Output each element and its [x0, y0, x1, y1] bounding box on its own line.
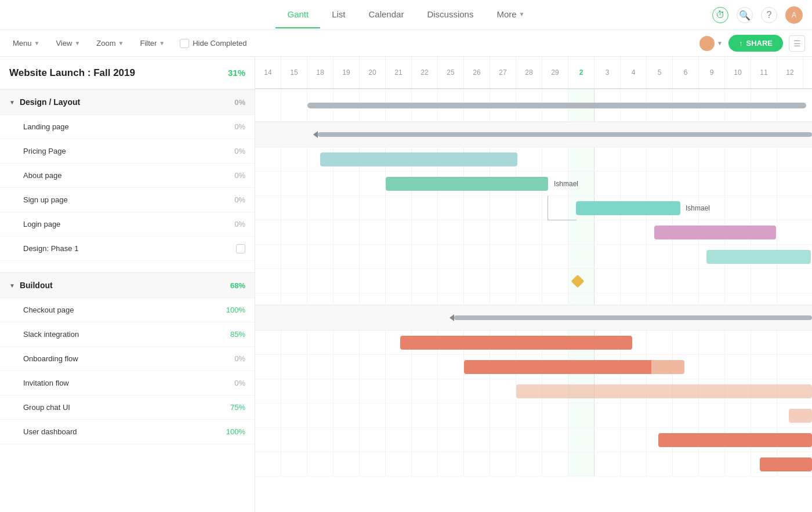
landing-bar — [320, 152, 517, 166]
user-avatar[interactable] — [699, 36, 715, 51]
tl-4: 4 — [621, 57, 647, 88]
main-layout: Website Launch : Fall 2019 31% ▼ Design … — [0, 57, 812, 512]
task-percent: 75% — [230, 403, 245, 412]
gantt-rows-container: Ishmael Ishmael — [255, 89, 812, 477]
task-percent: 0% — [234, 122, 245, 131]
task-about-page[interactable]: About page 0% — [0, 164, 255, 188]
tl-9: 9 — [699, 57, 725, 88]
task-slack-integration[interactable]: Slack integration 85% — [0, 322, 255, 347]
chevron-down-icon: ▼ — [159, 40, 165, 46]
tl-11: 11 — [751, 57, 777, 88]
tl-2: 2 — [568, 57, 594, 88]
zoom-button[interactable]: Zoom ▼ — [90, 36, 129, 50]
tab-list[interactable]: List — [320, 1, 357, 28]
about-label: Ishmael — [686, 204, 710, 212]
toolbar: Menu ▼ View ▼ Zoom ▼ Filter ▼ Hide Compl… — [0, 30, 812, 57]
tl-20: 20 — [360, 57, 386, 88]
hide-completed-checkbox[interactable] — [180, 39, 189, 48]
task-design-phase1[interactable]: Design: Phase 1 — [0, 237, 255, 261]
project-title: Website Launch : Fall 2019 — [9, 67, 135, 79]
project-bar — [307, 103, 806, 108]
task-percent: 0% — [234, 195, 245, 204]
nav-right: ⏱ 🔍 ? A — [712, 0, 803, 30]
chevron-down-icon: ▼ — [34, 40, 40, 46]
gantt-row-phase1 — [255, 269, 812, 293]
tab-calendar[interactable]: Calendar — [357, 1, 416, 28]
tl-26: 26 — [464, 57, 490, 88]
gantt-row-invitation — [255, 404, 812, 428]
section-title: Buildout — [20, 281, 53, 290]
tl-22: 22 — [412, 57, 438, 88]
tab-more[interactable]: More ▼ — [485, 1, 536, 28]
task-name: Pricing Page — [23, 147, 66, 155]
task-onboarding-flow[interactable]: Onboarding flow 0% — [0, 347, 255, 371]
page-icon[interactable]: ☰ — [789, 35, 805, 52]
view-button[interactable]: View ▼ — [50, 36, 86, 50]
task-signup-page[interactable]: Sign up page 0% — [0, 188, 255, 212]
tl-3: 3 — [594, 57, 621, 88]
section-title: Design / Layout — [20, 97, 80, 107]
section-buildout-bar — [454, 315, 812, 320]
tl-10: 10 — [725, 57, 751, 88]
tl-29: 29 — [542, 57, 568, 88]
avatar[interactable]: A — [785, 6, 803, 24]
task-invitation-flow[interactable]: Invitation flow 0% — [0, 371, 255, 395]
gantt-inner: 14 15 18 19 20 21 22 25 26 27 28 29 2 3 … — [255, 57, 812, 477]
hide-completed-wrapper: Hide Completed — [180, 39, 246, 48]
gantt-row-pricing: Ishmael — [255, 172, 812, 196]
pricing-label: Ishmael — [554, 180, 578, 188]
tl-15: 15 — [281, 57, 307, 88]
task-name: Slack integration — [23, 330, 79, 339]
slack-bar — [464, 360, 684, 374]
task-user-dashboard[interactable]: User dashboard 100% — [0, 420, 255, 444]
task-percent: 100% — [226, 427, 245, 436]
gantt-row-slack — [255, 355, 812, 379]
gantt-area[interactable]: 14 15 18 19 20 21 22 25 26 27 28 29 2 3 … — [255, 57, 812, 512]
section-design-layout[interactable]: ▼ Design / Layout 0% — [0, 89, 255, 115]
gantt-row-about: Ishmael — [255, 196, 812, 220]
tl-18: 18 — [307, 57, 334, 88]
tl-25: 25 — [438, 57, 464, 88]
task-name: Checkout page — [23, 306, 74, 314]
collapse-icon: ▼ — [9, 99, 15, 106]
tab-discussions[interactable]: Discussions — [415, 1, 485, 28]
section-design-bar — [318, 132, 812, 137]
task-percent: 0% — [234, 379, 245, 387]
clock-icon[interactable]: ⏱ — [712, 7, 728, 23]
task-login-page[interactable]: Login page 0% — [0, 212, 255, 237]
task-pricing-page[interactable]: Pricing Page 0% — [0, 139, 255, 164]
chevron-down-icon: ▼ — [74, 40, 80, 46]
gantt-row-landing — [255, 147, 812, 172]
task-checkout-page[interactable]: Checkout page 100% — [0, 298, 255, 322]
connector-about — [548, 196, 577, 220]
signup-bar — [654, 226, 776, 239]
task-group-chat-ui[interactable]: Group chat UI 75% — [0, 395, 255, 420]
invitation-bar — [789, 409, 812, 423]
task-name: Onboarding flow — [23, 354, 78, 363]
search-icon[interactable]: 🔍 — [737, 7, 753, 23]
chevron-down-icon: ▼ — [118, 40, 124, 46]
task-percent: 0% — [234, 171, 245, 180]
tl-28: 28 — [516, 57, 542, 88]
toolbar-right: ▼ ↑ SHARE ☰ — [699, 35, 805, 52]
nav-tabs: Gantt List Calendar Discussions More ▼ — [276, 1, 536, 28]
tl-12: 12 — [777, 57, 803, 88]
gantt-row-section-design — [255, 122, 812, 147]
filter-button[interactable]: Filter ▼ — [134, 36, 171, 50]
tab-gantt[interactable]: Gantt — [276, 1, 320, 28]
task-name: Sign up page — [23, 195, 68, 204]
collapse-icon: ▼ — [9, 282, 15, 289]
menu-button[interactable]: Menu ▼ — [7, 36, 45, 50]
chevron-down-icon: ▼ — [519, 11, 525, 17]
login-bar — [706, 250, 811, 264]
milestone-checkbox[interactable] — [236, 244, 245, 253]
gantt-row-section-buildout — [255, 305, 812, 331]
spacer — [0, 261, 255, 273]
share-button[interactable]: ↑ SHARE — [728, 35, 783, 52]
gantt-row-login — [255, 245, 812, 269]
section-buildout[interactable]: ▼ Buildout 68% — [0, 273, 255, 298]
task-percent: 0% — [234, 354, 245, 363]
task-landing-page[interactable]: Landing page 0% — [0, 115, 255, 139]
help-icon[interactable]: ? — [761, 7, 777, 23]
dashboard-bar — [760, 457, 812, 471]
